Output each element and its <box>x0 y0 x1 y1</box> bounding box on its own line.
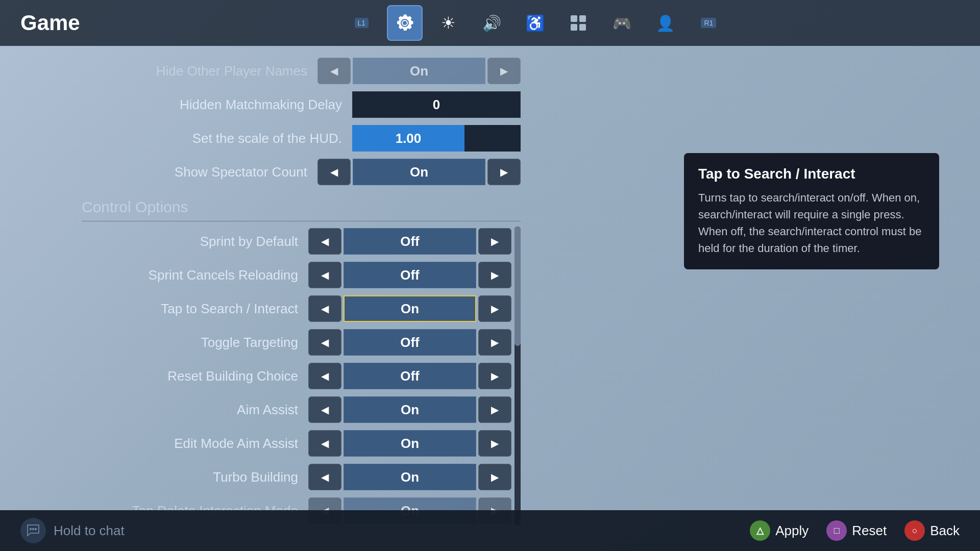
svg-rect-2 <box>571 24 577 31</box>
show-spectator-count-prev[interactable]: ◀ <box>317 159 351 185</box>
scrollbar-track[interactable] <box>514 227 521 525</box>
edit-mode-aim-assist-prev[interactable]: ◀ <box>308 430 341 457</box>
gear-icon <box>396 14 414 32</box>
aim-assist-prev[interactable]: ◀ <box>308 396 341 423</box>
show-spectator-count-value: On <box>353 159 485 185</box>
chat-icon <box>20 518 46 543</box>
apply-button[interactable]: △ Apply <box>750 520 808 541</box>
svg-rect-1 <box>579 15 586 22</box>
back-circle-icon: ○ <box>904 520 925 541</box>
sprint-by-default-next[interactable]: ▶ <box>478 228 511 255</box>
gamepad-icon: 🎮 <box>612 14 631 32</box>
control-options-scroll-area: Sprint by Default ◀ Off ▶ Sprint Cancels… <box>82 227 521 525</box>
hud-scale-value: 1.00 <box>352 125 464 152</box>
reset-building-choice-next[interactable]: ▶ <box>478 363 511 389</box>
show-spectator-count-label: Show Spectator Count <box>82 164 317 180</box>
setting-row-hud-scale: Set the scale of the HUD. 1.00 <box>82 123 521 153</box>
bottom-actions-group: △ Apply □ Reset ○ Back <box>750 520 960 541</box>
sprint-by-default-label: Sprint by Default <box>82 234 308 249</box>
hidden-matchmaking-delay-value: 0 <box>352 91 521 118</box>
nav-l1-badge[interactable]: L1 <box>344 5 379 41</box>
control-options-header: Control Options <box>82 191 521 221</box>
nav-gamepad-icon[interactable]: 🎮 <box>604 5 640 41</box>
svg-rect-0 <box>571 15 577 22</box>
sprint-cancels-reloading-label: Sprint Cancels Reloading <box>82 267 308 283</box>
hidden-matchmaking-delay-label: Hidden Matchmaking Delay <box>82 97 352 113</box>
hide-other-player-names-next[interactable]: ▶ <box>487 58 521 84</box>
hud-scale-control: 1.00 <box>352 125 521 152</box>
tap-to-search-prev[interactable]: ◀ <box>308 295 341 322</box>
show-spectator-count-next[interactable]: ▶ <box>487 159 521 185</box>
scrollbar-thumb[interactable] <box>514 227 521 346</box>
setting-row-aim-assist: Aim Assist ◀ On ▶ <box>82 395 511 424</box>
tooltip-title: Tap to Search / Interact <box>698 166 925 182</box>
l1-label: L1 <box>355 18 369 28</box>
layout-icon <box>570 14 587 32</box>
turbo-building-control: ◀ On ▶ <box>308 464 511 490</box>
edit-mode-aim-assist-next[interactable]: ▶ <box>478 430 511 457</box>
sprint-cancels-reloading-control: ◀ Off ▶ <box>308 262 511 288</box>
hide-other-player-names-label: Hide Other Player Names <box>82 63 317 79</box>
hide-other-player-names-value: On <box>353 58 485 84</box>
sprint-by-default-value: Off <box>344 228 476 255</box>
audio-icon: 🔊 <box>482 14 501 32</box>
user-icon: 👤 <box>656 14 675 32</box>
top-settings-group: Hide Other Player Names ◀ On ▶ Hidden Ma… <box>82 56 531 525</box>
sprint-cancels-reloading-value: Off <box>344 262 476 288</box>
toggle-targeting-prev[interactable]: ◀ <box>308 329 341 356</box>
hide-other-player-names-prev[interactable]: ◀ <box>317 58 351 84</box>
nav-accessibility-icon[interactable]: ♿ <box>517 5 553 41</box>
turbo-building-prev[interactable]: ◀ <box>308 464 341 490</box>
setting-row-reset-building-choice: Reset Building Choice ◀ Off ▶ <box>82 361 511 391</box>
setting-row-hidden-matchmaking-delay: Hidden Matchmaking Delay 0 <box>82 90 521 119</box>
turbo-building-label: Turbo Building <box>82 469 308 485</box>
tap-to-search-value: On <box>344 295 476 322</box>
setting-row-turbo-building: Turbo Building ◀ On ▶ <box>82 462 511 492</box>
aim-assist-next[interactable]: ▶ <box>478 396 511 423</box>
nav-icon-group: L1 ☀ 🔊 ♿ 🎮 👤 R1 <box>344 5 726 41</box>
accessibility-icon: ♿ <box>526 14 545 32</box>
back-label: Back <box>930 523 960 539</box>
sprint-by-default-prev[interactable]: ◀ <box>308 228 341 255</box>
svg-point-6 <box>35 528 37 530</box>
svg-rect-3 <box>579 24 586 31</box>
back-button[interactable]: ○ Back <box>904 520 960 541</box>
tap-to-search-next[interactable]: ▶ <box>478 295 511 322</box>
reset-button[interactable]: □ Reset <box>826 520 887 541</box>
edit-mode-aim-assist-label: Edit Mode Aim Assist <box>82 436 308 452</box>
nav-brightness-icon[interactable]: ☀ <box>430 5 466 41</box>
aim-assist-control: ◀ On ▶ <box>308 396 511 423</box>
apply-label: Apply <box>775 523 808 539</box>
nav-layout-icon[interactable] <box>560 5 596 41</box>
tooltip-body: Turns tap to search/interact on/off. Whe… <box>698 189 925 257</box>
nav-audio-icon[interactable]: 🔊 <box>474 5 509 41</box>
reset-square-icon: □ <box>826 520 847 541</box>
sprint-cancels-reloading-prev[interactable]: ◀ <box>308 262 341 288</box>
nav-r1-badge[interactable]: R1 <box>691 5 726 41</box>
sprint-cancels-reloading-next[interactable]: ▶ <box>478 262 511 288</box>
chat-bubble-icon <box>26 523 41 538</box>
aim-assist-label: Aim Assist <box>82 402 308 418</box>
bottom-action-bar: Hold to chat △ Apply □ Reset ○ Back <box>0 510 980 551</box>
edit-mode-aim-assist-value: On <box>344 430 476 457</box>
reset-building-choice-label: Reset Building Choice <box>82 368 308 384</box>
setting-row-tap-to-search: Tap to Search / Interact ◀ On ▶ <box>82 294 511 323</box>
setting-row-sprint-cancels-reloading: Sprint Cancels Reloading ◀ Off ▶ <box>82 260 511 290</box>
toggle-targeting-label: Toggle Targeting <box>82 335 308 350</box>
brightness-icon: ☀ <box>441 13 456 33</box>
toggle-targeting-control: ◀ Off ▶ <box>308 329 511 356</box>
tap-to-search-control: ◀ On ▶ <box>308 295 511 322</box>
reset-building-choice-prev[interactable]: ◀ <box>308 363 341 389</box>
reset-label: Reset <box>852 523 887 539</box>
top-navigation-bar: Game L1 ☀ 🔊 ♿ 🎮 👤 <box>0 0 980 46</box>
reset-building-choice-value: Off <box>344 363 476 389</box>
turbo-building-next[interactable]: ▶ <box>478 464 511 490</box>
nav-user-icon[interactable]: 👤 <box>647 5 683 41</box>
apply-triangle-icon: △ <box>750 520 770 541</box>
hold-to-chat-label: Hold to chat <box>54 523 125 539</box>
nav-settings-icon[interactable] <box>387 5 423 41</box>
hide-other-player-names-control: ◀ On ▶ <box>317 58 521 84</box>
toggle-targeting-next[interactable]: ▶ <box>478 329 511 356</box>
sprint-by-default-control: ◀ Off ▶ <box>308 228 511 255</box>
setting-row-edit-mode-aim-assist: Edit Mode Aim Assist ◀ On ▶ <box>82 429 511 458</box>
